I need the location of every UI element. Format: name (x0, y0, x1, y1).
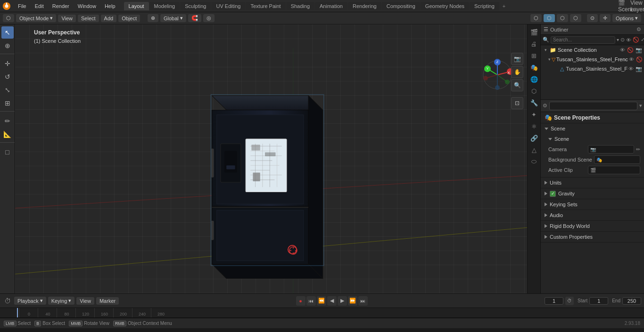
menu-edit[interactable]: Edit (31, 2, 48, 10)
outliner-search-input[interactable] (551, 36, 615, 44)
tab-sculpting[interactable]: Sculpting (180, 2, 211, 10)
properties-search-input[interactable] (549, 102, 637, 110)
view-layer-properties-icon[interactable]: ⊞ (528, 50, 540, 61)
object-properties-icon[interactable]: ⬡ (528, 85, 540, 97)
measure-tool[interactable]: 📐 (1, 128, 14, 140)
camera-edit-icon[interactable]: ✏ (636, 146, 640, 153)
expand-object-2[interactable] (554, 66, 558, 72)
select-tool[interactable]: ↖ (1, 26, 14, 39)
outliner-object-row-1[interactable]: ▾ ▽ Tuscan_Stainless_Steel_Frenc 👁 🚫 📷 (541, 55, 644, 64)
tab-compositing[interactable]: Compositing (382, 2, 420, 10)
menu-window[interactable]: Window (74, 2, 100, 10)
step-back-button[interactable]: ⏪ (317, 296, 326, 306)
viewport-shading-solid[interactable]: ⬡ (544, 14, 555, 22)
orientation-gizmo[interactable]: X Y Z (481, 58, 514, 91)
o2-render-icon[interactable]: 📷 (636, 66, 642, 72)
marker-menu[interactable]: Marker (96, 297, 119, 305)
record-button[interactable]: ● (296, 296, 305, 306)
expand-scene-collection[interactable]: ▾ (543, 47, 548, 53)
tab-animation[interactable]: Animation (315, 2, 347, 10)
props-filter-button[interactable]: ▾ (639, 103, 642, 109)
playback-menu[interactable]: Playback ▾ (14, 297, 46, 305)
camera-view-btn[interactable]: 📷 (511, 53, 523, 65)
gravity-checkbox[interactable]: ✓ (550, 191, 556, 197)
outliner-scene-collection[interactable]: ▾ 📁 Scene Collection 👁 🚫 📷 (541, 45, 644, 55)
viewport-shading-material[interactable]: ⬡ (557, 14, 568, 22)
transform-pivot-button[interactable]: ⊕ (148, 14, 158, 22)
scene-section-header[interactable]: Scene (541, 123, 644, 134)
view-menu-timeline[interactable]: View (76, 297, 94, 305)
frame-time-toggle[interactable]: ⏱ (565, 297, 574, 305)
keying-menu[interactable]: Keying ▾ (48, 297, 75, 305)
cursor-tool[interactable]: ⊕ (1, 40, 14, 52)
move-tool[interactable]: ✛ (1, 57, 14, 70)
tab-scripting[interactable]: Scripting (470, 2, 499, 10)
end-frame-input[interactable] (622, 297, 641, 305)
outliner-object-row-2[interactable]: △ Tuscan_Stainless_Steel_F 👁 📷 (541, 64, 644, 73)
viewport-overlays[interactable]: ⊙ (587, 14, 598, 22)
tab-uv-editing[interactable]: UV Editing (211, 2, 245, 10)
viewport-shading-wire[interactable]: ⬡ (530, 14, 542, 22)
play-reverse-button[interactable]: ◀ (327, 296, 337, 306)
tab-layout[interactable]: Layout (124, 2, 149, 10)
current-frame-input[interactable] (545, 297, 563, 305)
rigid-body-header[interactable]: Rigid Body World (541, 221, 644, 231)
proportional-edit[interactable]: ◎ (203, 14, 215, 22)
world-properties-icon[interactable]: 🌐 (528, 73, 540, 85)
o1-hide-icon[interactable]: 🚫 (636, 57, 643, 63)
step-forward-button[interactable]: ⏩ (348, 296, 357, 306)
editor-type-button[interactable]: ⬡ (3, 14, 14, 22)
render-region-btn[interactable]: ⊡ (511, 97, 523, 109)
scene-selector[interactable]: 🎬 Scene (621, 1, 631, 11)
annotate-tool[interactable]: ✏ (1, 115, 14, 127)
output-properties-icon[interactable]: 🖨 (528, 38, 540, 49)
options-button[interactable]: Options ▾ (612, 14, 641, 22)
grab-tool-btn[interactable]: ✋ (511, 66, 523, 78)
material-properties-icon[interactable]: ⬭ (528, 156, 540, 167)
tab-texture-paint[interactable]: Texture Paint (246, 2, 285, 10)
viewport-gizmos[interactable]: ✛ (600, 14, 611, 22)
view-menu[interactable]: View (58, 15, 76, 22)
keying-sets-header[interactable]: Keying Sets (541, 199, 644, 210)
snap-button[interactable]: 🧲 (188, 14, 201, 22)
menu-render[interactable]: Render (49, 2, 73, 10)
scene-subsection-header[interactable]: Scene (541, 134, 644, 144)
transform-orientation[interactable]: Global ▾ (160, 14, 186, 22)
tab-modeling[interactable]: Modeling (149, 2, 180, 10)
render-properties-icon[interactable]: 🎬 (528, 26, 540, 38)
object-menu[interactable]: Object (118, 15, 140, 22)
expand-object-1[interactable]: ▾ (548, 57, 551, 62)
sc-hide-icon[interactable]: 🚫 (627, 47, 634, 53)
add-workspace-button[interactable]: + (500, 2, 508, 10)
outliner-restrict-columns[interactable]: ⊙ (620, 37, 625, 43)
transform-tool[interactable]: ⊞ (1, 97, 14, 109)
select-menu[interactable]: Select (78, 15, 99, 22)
add-cube-tool[interactable]: □ (1, 146, 14, 158)
o2-view-icon[interactable]: 👁 (628, 66, 634, 72)
menu-help[interactable]: Help (101, 2, 119, 10)
outliner-filter-icon[interactable]: ⚙ (636, 26, 641, 32)
sc-render-icon[interactable]: 📷 (636, 47, 642, 53)
outliner-hide-icon[interactable]: 🚫 (633, 37, 639, 43)
scale-tool[interactable]: ⤡ (1, 84, 14, 96)
start-frame-input[interactable] (589, 297, 608, 305)
custom-props-header[interactable]: Custom Properties (541, 232, 644, 242)
active-clip-value[interactable]: 🎬 (588, 166, 640, 174)
add-menu[interactable]: Add (101, 15, 117, 22)
audio-section-header[interactable]: Audio (541, 210, 644, 220)
outliner-filter-dropdown[interactable]: ▾ (617, 37, 619, 42)
gravity-section-header[interactable]: ✓ Gravity (541, 188, 644, 199)
physics-properties-icon[interactable]: ⚛ (528, 121, 540, 132)
rotate-tool[interactable]: ↺ (1, 71, 14, 83)
tab-rendering[interactable]: Rendering (348, 2, 381, 10)
object-mode-dropdown[interactable]: Object Mode ▾ (16, 14, 56, 22)
object-data-properties-icon[interactable]: △ (528, 144, 540, 155)
3d-viewport[interactable]: User Perspective (1) Scene Collection (15, 24, 527, 293)
menu-file[interactable]: File (14, 2, 30, 10)
units-section-header[interactable]: Units (541, 178, 644, 188)
modifier-properties-icon[interactable]: 🔧 (528, 97, 540, 108)
tab-geometry-nodes[interactable]: Geometry Nodes (421, 2, 469, 10)
sc-view-icon[interactable]: 👁 (620, 47, 625, 53)
play-button[interactable]: ▶ (338, 296, 347, 306)
o1-view-icon[interactable]: 👁 (629, 57, 634, 62)
